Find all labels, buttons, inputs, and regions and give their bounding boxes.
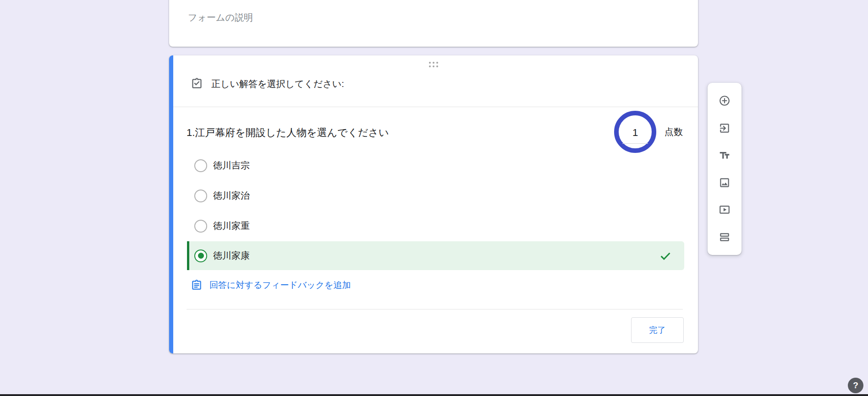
points-input[interactable]: 1: [622, 126, 648, 144]
answer-option[interactable]: 徳川吉宗: [187, 151, 684, 180]
answer-option-label[interactable]: 徳川家重: [213, 220, 250, 232]
points-label: 点数: [665, 126, 683, 138]
answer-option-label[interactable]: 徳川家康: [213, 250, 250, 262]
done-button[interactable]: 完了: [631, 317, 684, 343]
forms-edit-canvas: フォームの説明 正しい解答を選択してください: 1.江戸幕府を開設した人物を選ん…: [0, 0, 868, 396]
image-icon: [719, 177, 731, 189]
answer-option[interactable]: 徳川家治: [187, 181, 684, 210]
radio-unselected-icon[interactable]: [194, 159, 207, 172]
help-button[interactable]: ?: [848, 378, 863, 393]
side-toolbar: [708, 83, 742, 255]
radio-selected-icon[interactable]: [194, 250, 207, 262]
import-questions-button[interactable]: [719, 122, 731, 134]
text-fields-icon: [719, 149, 731, 161]
add-feedback-link[interactable]: 回答に対するフィードバックを追加: [191, 279, 351, 291]
answer-key-title: 正しい解答を選択してください:: [211, 78, 344, 90]
question-card: 正しい解答を選択してください: 1.江戸幕府を開設した人物を選んでください 1 …: [169, 55, 698, 353]
answer-option-label[interactable]: 徳川吉宗: [213, 159, 250, 172]
header-divider: [173, 107, 698, 107]
video-play-icon: [719, 204, 731, 216]
add-feedback-label: 回答に対するフィードバックを追加: [209, 279, 351, 291]
drag-handle-icon[interactable]: [429, 62, 438, 67]
document-arrow-icon: [719, 122, 731, 134]
viewport-bottom-edge: [0, 394, 868, 396]
answer-option-correct[interactable]: 徳川家康: [187, 241, 684, 270]
form-description-card: フォームの説明: [169, 0, 698, 47]
radio-unselected-icon[interactable]: [194, 190, 207, 202]
correct-answer-check-icon: [659, 249, 672, 263]
add-title-description-button[interactable]: [719, 149, 731, 161]
answer-option-label[interactable]: 徳川家治: [213, 190, 250, 202]
answer-option[interactable]: 徳川家重: [187, 212, 684, 240]
footer-divider: [187, 309, 683, 309]
feedback-clipboard-icon: [191, 279, 203, 291]
question-title[interactable]: 1.江戸幕府を開設した人物を選んでください: [187, 126, 389, 139]
active-card-accent-bar: [169, 55, 173, 353]
add-image-button[interactable]: [719, 177, 731, 189]
add-question-button[interactable]: [719, 95, 731, 107]
plus-circle-icon: [719, 95, 731, 107]
points-focus-ring: 1: [614, 111, 656, 153]
radio-unselected-icon[interactable]: [194, 220, 207, 233]
form-description-input[interactable]: フォームの説明: [188, 12, 253, 23]
add-section-button[interactable]: [719, 231, 731, 243]
answer-key-icon: [191, 77, 203, 90]
section-bars-icon: [719, 231, 731, 243]
add-video-button[interactable]: [719, 204, 731, 216]
